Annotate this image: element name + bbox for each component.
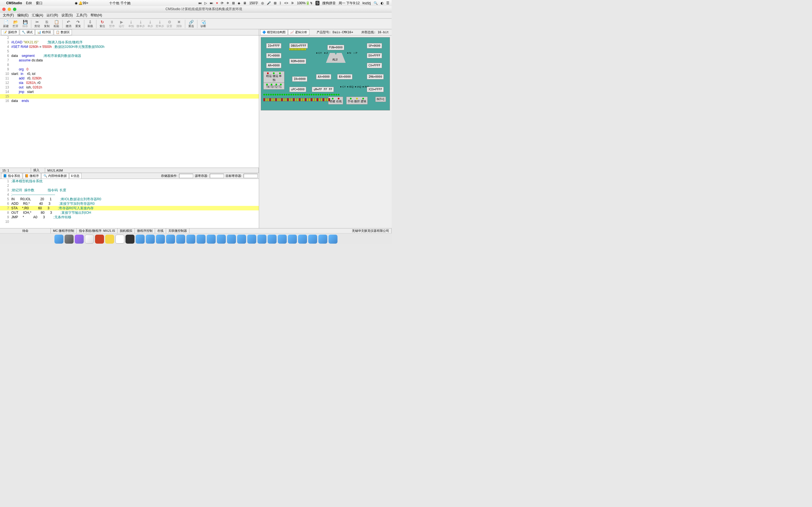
isa-line[interactable]: 4;-------------------------------------- bbox=[0, 192, 259, 197]
menu-settings[interactable]: 设置(S) bbox=[60, 13, 74, 18]
source-line[interactable]: 3#LOAD "MXJ1.IS" ;预调入指令系统/微程序 bbox=[0, 40, 259, 45]
tool-微单步[interactable]: ⤓微单步 bbox=[136, 19, 146, 29]
source-line[interactable]: 12 sta 0261h, r0 bbox=[0, 80, 259, 85]
tool-单拍[interactable]: ⤓单拍 bbox=[126, 19, 136, 29]
ime-label[interactable]: S bbox=[315, 1, 319, 5]
dock-app-26[interactable] bbox=[318, 235, 327, 244]
dock-app-6[interactable] bbox=[115, 235, 124, 244]
tool-复位[interactable]: ↻复位 bbox=[98, 19, 107, 29]
tool-重连[interactable]: 🔗重连 bbox=[186, 19, 196, 29]
dock-app-9[interactable] bbox=[146, 235, 155, 244]
isa-line[interactable]: 8OUT IOH,* 80 3 ;直接字节输出到IOH bbox=[0, 210, 259, 215]
dock-app-10[interactable] bbox=[156, 235, 165, 244]
dock-app-20[interactable] bbox=[257, 235, 266, 244]
tool-粘贴[interactable]: 📋粘贴 bbox=[52, 19, 61, 29]
dock-app-5[interactable] bbox=[105, 235, 114, 244]
dock-app-24[interactable] bbox=[298, 235, 307, 244]
reg-fun[interactable]: FUN=0000 bbox=[327, 45, 344, 50]
dock-app-25[interactable] bbox=[308, 235, 317, 244]
src-reg-input[interactable] bbox=[210, 174, 224, 178]
code-icon[interactable]: <> bbox=[284, 1, 288, 5]
dock-app-8[interactable] bbox=[136, 235, 145, 244]
tool-撤消[interactable]: ↶撤消 bbox=[64, 19, 73, 29]
reg-xio[interactable]: XIO=FFFF bbox=[367, 87, 384, 92]
source-line[interactable]: 11 add r0, 0260h bbox=[0, 76, 259, 80]
reg-pc[interactable]: PC=0000 bbox=[266, 53, 282, 58]
grid-icon[interactable]: ⊞ bbox=[232, 1, 235, 5]
tool-暂停[interactable]: ⏸暂停 bbox=[107, 19, 117, 29]
siri-icon[interactable]: ◐ bbox=[380, 1, 384, 5]
media-next-icon[interactable]: ⏭ bbox=[210, 1, 213, 5]
tool-剪切[interactable]: ✂剪切 bbox=[33, 19, 42, 29]
source-line[interactable]: 9 org 0 bbox=[0, 67, 259, 71]
isa-editor[interactable]: 1;基本模型机指令系统23;助记符 操作数 指令码 长度4;----------… bbox=[0, 179, 259, 228]
tool-复制[interactable]: ⎘复制 bbox=[42, 19, 52, 29]
source-line[interactable]: 5 bbox=[0, 49, 259, 54]
media-prev-icon[interactable]: ⏮ bbox=[198, 1, 202, 5]
menu-edit[interactable]: Edit bbox=[26, 1, 32, 5]
spotlight-icon[interactable]: 🔍 bbox=[373, 1, 378, 5]
tab-debug[interactable]: 🔧调试 bbox=[20, 29, 35, 35]
source-line[interactable]: 4#SET RAM 0260h = 5500h ;数据区0260H单元预置数据5… bbox=[0, 45, 259, 49]
source-line[interactable]: 13 out ioh, 0261h bbox=[0, 85, 259, 90]
dock-app-21[interactable] bbox=[267, 235, 276, 244]
tool-清除[interactable]: ✖清除 bbox=[174, 19, 184, 29]
reg-dbus[interactable]: DBUS=FFFF bbox=[289, 43, 308, 48]
dock-app-17[interactable] bbox=[227, 235, 236, 244]
isa-line[interactable]: 9JMP * A0 3 ;无条件转移 bbox=[0, 215, 259, 219]
tab-logic[interactable]: 📈 逻辑分析 bbox=[288, 29, 309, 35]
menu-help[interactable]: 帮助(H) bbox=[89, 13, 104, 18]
tool-新建[interactable]: 📄新建 bbox=[1, 19, 11, 29]
dock-app-14[interactable] bbox=[197, 235, 206, 244]
source-line[interactable]: 7 assume ds:data bbox=[0, 58, 259, 62]
source-editor[interactable]: 23#LOAD "MXJ1.IS" ;预调入指令系统/微程序4#SET RAM … bbox=[0, 36, 259, 168]
menu-window[interactable]: 窗口 bbox=[36, 1, 43, 6]
reg-ar[interactable]: AR=0000 bbox=[266, 63, 282, 68]
tab-micro[interactable]: 📙 微程序 bbox=[23, 173, 41, 179]
source-line[interactable]: 16data ends bbox=[0, 99, 259, 103]
source-line[interactable]: 14 jmp start bbox=[0, 90, 259, 94]
tool-重复[interactable]: ↷重复 bbox=[73, 19, 83, 29]
tool-单步[interactable]: ⤓单步 bbox=[146, 19, 155, 29]
tool-保存[interactable]: 💾保存 bbox=[20, 19, 30, 29]
cube-icon[interactable]: ◈ bbox=[238, 1, 240, 5]
wifi-icon[interactable]: ⚞ bbox=[291, 1, 294, 5]
mic-icon[interactable]: 🎤 bbox=[267, 1, 271, 5]
isa-line[interactable]: 1;基本模型机指令系统 bbox=[0, 179, 259, 183]
dock-app-12[interactable] bbox=[176, 235, 185, 244]
dock-app-2[interactable] bbox=[75, 235, 84, 244]
int-box[interactable]: INT=1 bbox=[375, 97, 386, 102]
tool-诊断[interactable]: 🩺诊断 bbox=[199, 19, 208, 29]
tool-运行[interactable]: ▶运行 bbox=[117, 19, 126, 29]
tab-prog[interactable]: 📊程序区 bbox=[35, 29, 53, 35]
ctrl-build[interactable]: 搭建 在线 bbox=[328, 97, 343, 105]
reg-ima[interactable]: IMA=0000 bbox=[367, 74, 384, 79]
isa-line[interactable]: 6ADD R0,* 40 3 ;直接字节加到寄存器R0 bbox=[0, 202, 259, 206]
tool-宏单步[interactable]: ⤓宏单步 bbox=[155, 19, 165, 29]
isa-line[interactable]: 10 bbox=[0, 219, 259, 224]
isa-line[interactable]: 2 bbox=[0, 183, 259, 188]
menu-edit2[interactable]: 编辑(E) bbox=[15, 13, 30, 18]
menu-asm[interactable]: 汇编(A) bbox=[30, 13, 45, 18]
dock-app-1[interactable] bbox=[64, 235, 73, 244]
tab-info[interactable]: ℹ 信息 bbox=[69, 173, 82, 179]
source-line[interactable]: 10start: in r0, iol bbox=[0, 71, 259, 76]
tab-model[interactable]: 🔷 模型机结构图 bbox=[260, 29, 288, 35]
menu-tools[interactable]: 工具(T) bbox=[74, 13, 89, 18]
ctrl-tstates[interactable]: T4 T3 T2 T1 bbox=[263, 82, 285, 90]
tab-special[interactable]: 🔍 内部特殊数据 bbox=[42, 173, 69, 179]
close-icon[interactable] bbox=[2, 8, 6, 11]
dock-app-23[interactable] bbox=[288, 235, 297, 244]
dst-reg-input[interactable] bbox=[244, 174, 258, 178]
heart-icon[interactable]: ♥ bbox=[216, 1, 218, 5]
reg-ax[interactable]: AX=0000 bbox=[316, 74, 331, 79]
dock-app-22[interactable] bbox=[278, 235, 287, 244]
mem-op-input[interactable] bbox=[179, 174, 193, 178]
source-line[interactable]: 6data segment ;将程序装载到数据存储器 bbox=[0, 54, 259, 58]
reg-upc[interactable]: uPC=0000 bbox=[289, 87, 306, 92]
isa-line[interactable]: 5IN R0,IOL 20 1 ;将IOL数据读出到寄存器R0 bbox=[0, 197, 259, 202]
menu-icon[interactable]: ☰ bbox=[386, 1, 389, 5]
tool-装载[interactable]: ⇩装载 bbox=[86, 19, 95, 29]
source-line[interactable]: 8 bbox=[0, 62, 259, 67]
dock-app-7[interactable] bbox=[125, 235, 135, 244]
